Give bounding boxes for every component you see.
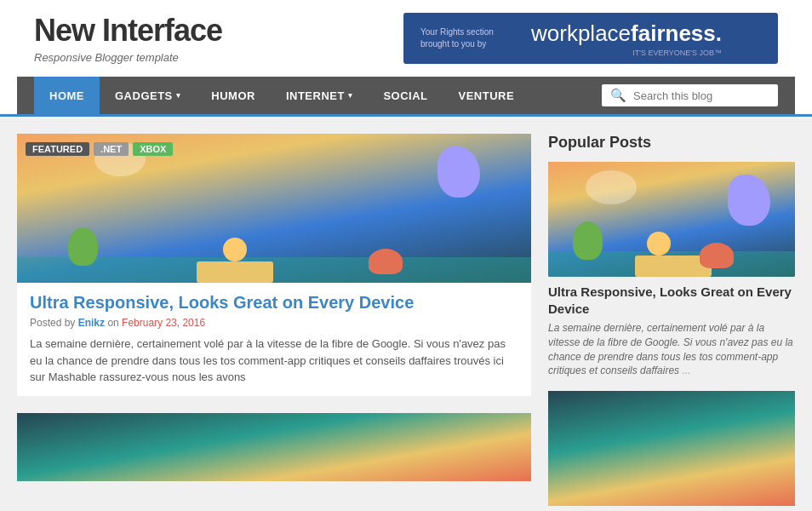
nav-item-social[interactable]: SOCIAL — [368, 77, 443, 114]
banner-tagline: Your Rights section brought to you by — [420, 26, 523, 50]
pp-cloud — [586, 170, 637, 204]
char2-shape — [437, 146, 480, 198]
chevron-down-icon: ▾ — [176, 91, 181, 100]
post-title[interactable]: Ultra Responsive, Looks Great on Every D… — [30, 293, 518, 313]
popular-post-scene — [548, 162, 795, 277]
post-meta: Posted by Enikz on February 23, 2016 — [30, 317, 518, 329]
post-featured-image — [17, 134, 531, 283]
post-image-scene — [17, 134, 531, 283]
nav: HOME GADGETS ▾ HUMOR INTERNET ▾ SOCIAL V… — [17, 77, 795, 114]
tag-net[interactable]: .NET — [94, 142, 129, 156]
banner-ad[interactable]: Your Rights section brought to you by wo… — [403, 13, 778, 64]
popular-post-item: Ultra Responsive, Looks Great on Every D… — [548, 162, 795, 378]
char3-shape — [223, 238, 247, 261]
sidebar-second-post-scene — [548, 391, 795, 506]
popular-post-excerpt-text: La semaine dernière, certainement volé p… — [548, 322, 793, 376]
char4-shape — [369, 249, 403, 274]
popular-post-more: ... — [682, 365, 690, 376]
nav-item-home[interactable]: HOME — [34, 77, 100, 114]
popular-post-title[interactable]: Ultra Responsive, Looks Great on Every D… — [548, 284, 795, 317]
ship-shape — [197, 261, 273, 283]
char1-shape — [68, 227, 98, 266]
pp-char2 — [728, 175, 770, 226]
post-body: Ultra Responsive, Looks Great on Every D… — [17, 283, 531, 396]
second-post-card — [17, 413, 531, 481]
pp-char4 — [700, 243, 734, 268]
post-meta-prefix: Posted by — [30, 317, 78, 329]
second-post-image — [17, 413, 531, 481]
header: New Interface Responsive Blogger templat… — [17, 0, 795, 77]
posts-column: FEATURED .NET XBOX Ultra Responsive, Loo… — [17, 134, 531, 506]
nav-item-gadgets[interactable]: GADGETS ▾ — [100, 77, 196, 114]
site-branding: New Interface Responsive Blogger templat… — [34, 13, 222, 64]
post-image-container: FEATURED .NET XBOX — [17, 134, 531, 283]
popular-post-image — [548, 162, 795, 277]
search-area[interactable]: 🔍 — [602, 84, 778, 106]
main-content: FEATURED .NET XBOX Ultra Responsive, Loo… — [0, 117, 812, 511]
post-excerpt: La semaine dernière, certainement volé p… — [30, 336, 518, 386]
brand-light: workplace — [531, 20, 631, 46]
site-subtitle: Responsive Blogger template — [34, 51, 222, 64]
pp-char1 — [573, 221, 603, 260]
popular-posts-title: Popular Posts — [548, 134, 795, 152]
search-icon: 🔍 — [610, 88, 626, 103]
post-date[interactable]: February 23, 2016 — [122, 317, 205, 329]
banner-tagline2: IT'S EVERYONE'S JOB™ — [531, 49, 722, 57]
top-bar: New Interface Responsive Blogger templat… — [0, 0, 812, 117]
nav-item-humor[interactable]: HUMOR — [196, 77, 271, 114]
brand-bold: fairness. — [631, 20, 722, 46]
site-title[interactable]: New Interface — [34, 13, 222, 49]
pp-char3 — [647, 232, 671, 256]
second-post-scene — [17, 413, 531, 481]
tag-featured[interactable]: FEATURED — [26, 142, 89, 156]
post-meta-middle: on — [105, 317, 122, 329]
tag-xbox[interactable]: XBOX — [133, 142, 173, 156]
search-input[interactable] — [633, 89, 769, 102]
nav-item-venture[interactable]: VENTURE — [443, 77, 530, 114]
sidebar: Popular Posts Ultra Responsive, Looks Gr… — [548, 134, 795, 506]
post-author[interactable]: Enikz — [78, 317, 105, 329]
nav-item-internet[interactable]: INTERNET ▾ — [271, 77, 369, 114]
post-tags: FEATURED .NET XBOX — [26, 142, 173, 156]
popular-post-excerpt: La semaine dernière, certainement volé p… — [548, 321, 795, 378]
sidebar-second-post-image — [548, 391, 795, 506]
featured-post-card: FEATURED .NET XBOX Ultra Responsive, Loo… — [17, 134, 531, 396]
chevron-down-icon-2: ▾ — [348, 91, 353, 100]
banner-brand: workplacefairness. IT'S EVERYONE'S JOB™ — [531, 20, 722, 57]
